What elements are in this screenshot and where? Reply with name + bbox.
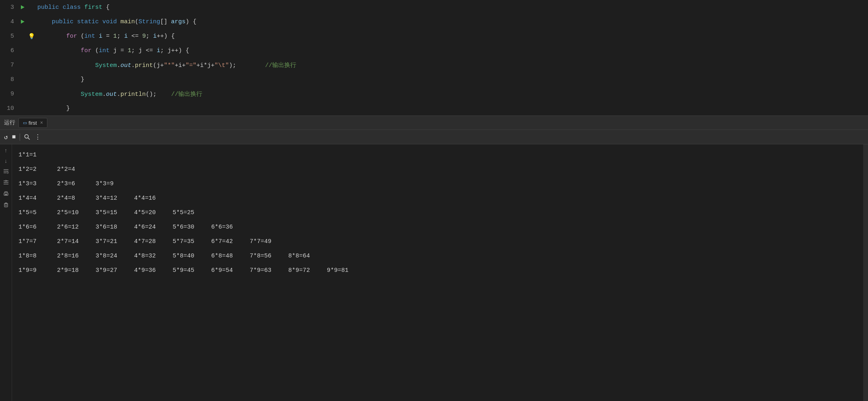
more-btn[interactable]: ⋮ xyxy=(35,133,41,141)
output-cell: 8*8=64 xyxy=(288,253,320,259)
scroll-down-btn[interactable]: ↓ xyxy=(4,158,7,164)
run-gutter-btn[interactable] xyxy=(18,19,27,24)
soft-wrap-btn[interactable] xyxy=(3,168,9,176)
tab-name: first xyxy=(29,120,37,126)
output-line: 1*9=92*9=183*9=274*9=365*9=456*9=547*9=6… xyxy=(18,263,857,277)
output-cell: 4*4=16 xyxy=(134,195,166,202)
code-line-10: 10 } xyxy=(0,101,868,115)
line-number: 4 xyxy=(0,18,18,25)
run-label: 运行 xyxy=(4,119,15,126)
output-cell: 2*2=4 xyxy=(57,166,89,173)
search-btn[interactable] xyxy=(24,134,31,140)
format-btn[interactable] xyxy=(3,180,9,187)
line-code: public class first { xyxy=(36,4,110,11)
output-cell: 4*6=24 xyxy=(134,224,166,231)
output-line: 1*3=32*3=63*3=9 xyxy=(18,176,857,191)
output-cell: 1*7=7 xyxy=(18,238,51,245)
output-line: 1*2=22*2=4 xyxy=(18,162,857,176)
output-cell: 1*5=5 xyxy=(18,209,51,216)
output-cell: 1*8=8 xyxy=(18,253,51,259)
output-cell: 5*8=40 xyxy=(173,253,205,259)
output-cell: 5*6=30 xyxy=(173,224,205,231)
output-cell: 1*4=4 xyxy=(18,195,51,202)
svg-marker-0 xyxy=(21,5,24,9)
run-gutter-btn[interactable] xyxy=(18,5,27,10)
output-cell: 2*3=6 xyxy=(57,180,89,187)
console-toolbar: ↺ ■ ⋮ xyxy=(0,130,868,144)
output-cell: 9*9=81 xyxy=(327,267,359,274)
output-cell: 2*9=18 xyxy=(57,267,89,274)
line-number: 9 xyxy=(0,91,18,97)
svg-rect-12 xyxy=(4,204,8,207)
output-line: 1*4=42*4=83*4=124*4=16 xyxy=(18,191,857,205)
stop-btn[interactable]: ■ xyxy=(12,134,16,141)
output-cell: 8*9=72 xyxy=(288,267,320,274)
svg-marker-1 xyxy=(21,20,24,24)
output-line: 1*8=82*8=163*8=244*8=325*8=406*8=487*8=5… xyxy=(18,249,857,263)
tab-close-btn[interactable]: × xyxy=(40,120,43,126)
code-line-5: 5💡 for (int i = 1; i <= 9; i++) { xyxy=(0,29,868,43)
svg-line-3 xyxy=(28,138,30,140)
line-code: public static void main(String[] args) { xyxy=(36,18,196,25)
print-btn[interactable] xyxy=(3,191,9,198)
code-line-8: 8 } xyxy=(0,72,868,87)
output-cell: 7*7=49 xyxy=(250,238,282,245)
console-tab[interactable]: ▭ first × xyxy=(18,118,47,128)
output-cell: 3*8=24 xyxy=(96,253,128,259)
output-cell: 1*9=9 xyxy=(18,267,51,274)
output-cell: 3*3=9 xyxy=(96,180,128,187)
line-code: System.out.println(); //输出换行 xyxy=(36,90,202,98)
svg-point-2 xyxy=(25,134,29,138)
output-cell: 3*5=15 xyxy=(96,209,128,216)
line-code: for (int j = 1; j <= i; j++) { xyxy=(36,47,189,54)
svg-rect-11 xyxy=(5,194,7,195)
output-cell: 4*5=20 xyxy=(134,209,166,216)
output-cell: 2*7=14 xyxy=(57,238,89,245)
scrollbar[interactable] xyxy=(863,144,868,401)
line-number: 6 xyxy=(0,47,18,54)
line-code: } xyxy=(36,76,84,83)
output-cell: 4*8=32 xyxy=(134,253,166,259)
refresh-btn[interactable]: ↺ xyxy=(4,133,8,141)
line-number: 8 xyxy=(0,76,18,83)
output-line: 1*7=72*7=143*7=214*7=285*7=356*7=427*7=4… xyxy=(18,234,857,249)
output-cell: 6*9=54 xyxy=(211,267,243,274)
output-line: 1*1=1 xyxy=(18,148,857,162)
scroll-up-btn[interactable]: ↑ xyxy=(4,148,7,154)
line-number: 7 xyxy=(0,62,18,69)
run-bar: 运行 ▭ first × xyxy=(0,115,868,130)
output-cell: 2*4=8 xyxy=(57,195,89,202)
output-cell: 5*5=25 xyxy=(173,209,205,216)
output-cell: 1*2=2 xyxy=(18,166,51,173)
console-sidebar: ↑ ↓ xyxy=(0,144,12,401)
code-line-9: 9 System.out.println(); //输出换行 xyxy=(0,87,868,101)
hint-icon: 💡 xyxy=(27,33,36,40)
output-cell: 2*8=16 xyxy=(57,253,89,259)
output-cell: 4*9=36 xyxy=(134,267,166,274)
output-cell: 1*3=3 xyxy=(18,180,51,187)
line-code: for (int i = 1; i <= 9; i++) { xyxy=(36,33,175,40)
output-line: 1*5=52*5=103*5=154*5=205*5=25 xyxy=(18,205,857,220)
code-line-3: 3public class first { xyxy=(0,0,868,14)
output-cell: 3*7=21 xyxy=(96,238,128,245)
output-cell: 4*7=28 xyxy=(134,238,166,245)
output-cell: 7*8=56 xyxy=(250,253,282,259)
code-editor: 3public class first {4 public static voi… xyxy=(0,0,868,115)
code-line-4: 4 public static void main(String[] args)… xyxy=(0,14,868,29)
file-icon: ▭ xyxy=(23,120,27,126)
line-number: 10 xyxy=(0,105,18,112)
output-cell: 6*7=42 xyxy=(211,238,243,245)
output-cell: 1*6=6 xyxy=(18,224,51,231)
code-line-7: 7 System.out.print(j+"*"+i+"="+i*j+"\t")… xyxy=(0,58,868,72)
output-cell: 6*6=36 xyxy=(211,224,243,231)
output-cell: 2*5=10 xyxy=(57,209,89,216)
line-number: 3 xyxy=(0,4,18,11)
output-cell: 3*4=12 xyxy=(96,195,128,202)
line-number: 5 xyxy=(0,33,18,40)
output-content: 1*1=11*2=22*2=41*3=32*3=63*3=91*4=42*4=8… xyxy=(12,144,863,401)
code-line-6: 6 for (int j = 1; j <= i; j++) { xyxy=(0,43,868,58)
delete-btn[interactable] xyxy=(3,202,9,209)
toolbar-divider xyxy=(20,134,20,141)
output-cell: 5*9=45 xyxy=(173,267,205,274)
output-cell: 3*6=18 xyxy=(96,224,128,231)
